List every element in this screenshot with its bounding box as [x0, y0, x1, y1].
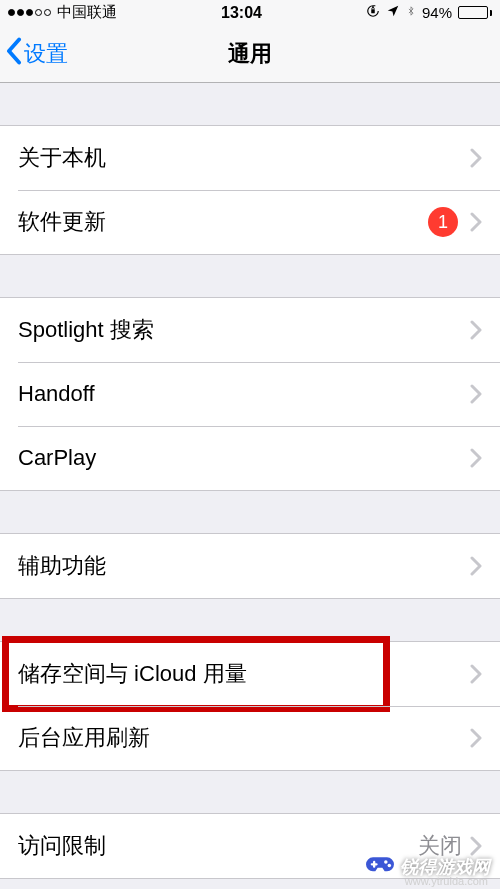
row-label: Handoff — [18, 381, 470, 407]
row-about[interactable]: 关于本机 — [0, 126, 500, 190]
carrier-label: 中国联通 — [57, 3, 117, 22]
row-label: 后台应用刷新 — [18, 723, 470, 753]
nav-bar: 设置 通用 — [0, 25, 500, 83]
settings-group: 储存空间与 iCloud 用量后台应用刷新 — [0, 641, 500, 771]
row-storage-icloud[interactable]: 储存空间与 iCloud 用量 — [0, 642, 500, 706]
row-background-refresh[interactable]: 后台应用刷新 — [0, 706, 500, 770]
battery-icon — [458, 6, 492, 19]
settings-group: 关于本机软件更新1 — [0, 125, 500, 255]
row-label: 软件更新 — [18, 207, 428, 237]
watermark-url: www.ytruida.com — [405, 875, 488, 887]
svg-point-2 — [388, 864, 391, 867]
group-gap — [0, 255, 500, 297]
chevron-right-icon — [470, 320, 482, 340]
battery-percentage: 94% — [422, 4, 452, 21]
notification-badge: 1 — [428, 207, 458, 237]
row-label: 辅助功能 — [18, 551, 470, 581]
chevron-right-icon — [470, 556, 482, 576]
row-accessibility[interactable]: 辅助功能 — [0, 534, 500, 598]
chevron-right-icon — [470, 728, 482, 748]
settings-group: 辅助功能 — [0, 533, 500, 599]
page-title: 通用 — [0, 39, 500, 69]
row-label: Spotlight 搜索 — [18, 315, 470, 345]
row-label: CarPlay — [18, 445, 470, 471]
status-left: 中国联通 — [8, 3, 117, 22]
svg-point-1 — [384, 860, 387, 863]
group-gap — [0, 771, 500, 813]
group-gap — [0, 491, 500, 533]
settings-group: Spotlight 搜索HandoffCarPlay — [0, 297, 500, 491]
chevron-right-icon — [470, 664, 482, 684]
row-carplay[interactable]: CarPlay — [0, 426, 500, 490]
chevron-right-icon — [470, 148, 482, 168]
svg-rect-0 — [371, 9, 375, 13]
back-button[interactable]: 设置 — [0, 37, 68, 71]
chevron-right-icon — [470, 448, 482, 468]
status-bar: 中国联通 13:04 94% — [0, 0, 500, 25]
bluetooth-icon — [406, 4, 416, 21]
orientation-lock-icon — [366, 4, 380, 21]
group-gap — [0, 599, 500, 641]
row-software-update[interactable]: 软件更新1 — [0, 190, 500, 254]
back-label: 设置 — [24, 39, 68, 69]
chevron-right-icon — [470, 384, 482, 404]
row-label: 关于本机 — [18, 143, 470, 173]
location-icon — [386, 4, 400, 21]
settings-content: 关于本机软件更新1Spotlight 搜索HandoffCarPlay辅助功能储… — [0, 83, 500, 879]
chevron-left-icon — [6, 37, 22, 71]
svg-rect-4 — [373, 861, 375, 868]
watermark: 锐得游戏网 www.ytruida.com — [336, 841, 496, 885]
status-right: 94% — [366, 4, 492, 21]
row-label: 储存空间与 iCloud 用量 — [18, 659, 470, 689]
chevron-right-icon — [470, 212, 482, 232]
row-handoff[interactable]: Handoff — [0, 362, 500, 426]
signal-strength-icon — [8, 9, 51, 16]
row-spotlight[interactable]: Spotlight 搜索 — [0, 298, 500, 362]
status-time: 13:04 — [221, 4, 262, 22]
group-gap — [0, 83, 500, 125]
gamepad-icon — [366, 855, 394, 879]
